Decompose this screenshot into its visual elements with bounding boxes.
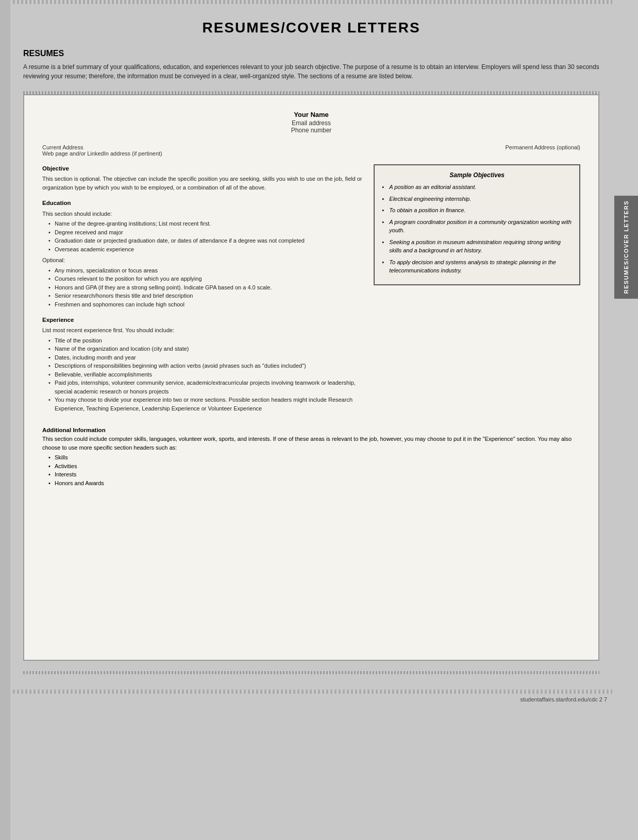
- resume-header: Your Name Email address Phone number: [42, 111, 580, 134]
- resume-phone: Phone number: [42, 127, 580, 134]
- optional-item: Honors and GPA (if they are a strong sel…: [48, 283, 363, 292]
- sample-objective-item: A position as an editorial assistant.: [382, 183, 572, 192]
- side-tab-text: RESUMES/COVER LETTERS: [623, 200, 629, 294]
- optional-label: Optional:: [42, 256, 363, 265]
- experience-item: Paid jobs, internships, volunteer commun…: [48, 379, 363, 396]
- bottom-border-decoration: [13, 690, 612, 694]
- additional-info-item: Interests: [48, 470, 580, 479]
- optional-item: Freshmen and sophomores can include high…: [48, 300, 363, 309]
- education-title: Education: [42, 199, 363, 208]
- sample-objectives-title: Sample Objectives: [382, 172, 572, 179]
- left-border-decoration: [0, 0, 10, 840]
- additional-info-item: Skills: [48, 453, 580, 462]
- optional-items: Any minors, specialization or focus area…: [42, 266, 363, 309]
- education-intro: This section should include:: [42, 210, 363, 218]
- resumes-heading: RESUMES: [23, 49, 599, 58]
- resumes-intro: A resume is a brief summary of your qual…: [23, 62, 599, 81]
- additional-info-text: This section could include computer skil…: [42, 435, 580, 452]
- experience-items: Title of the position Name of the organi…: [42, 336, 363, 413]
- page-wrapper: RESUMES/COVER LETTERS RESUMES A resume i…: [0, 0, 638, 840]
- sample-objectives-column: Sample Objectives A position as an edito…: [374, 164, 580, 420]
- experience-item: Dates, including month and year: [48, 353, 363, 362]
- current-address: Current AddressWeb page and/or LinkedIn …: [42, 144, 162, 157]
- objective-text: This section is optional. The objective …: [42, 175, 363, 192]
- experience-item: Name of the organization and location (c…: [48, 345, 363, 353]
- page-footer: studentaffairs.stanford.edu/cdc 2 7: [0, 694, 638, 708]
- education-item: Name of the degree-granting institutions…: [48, 219, 363, 228]
- experience-intro: List most recent experience first. You s…: [42, 326, 363, 335]
- experience-item: Believable, verifiable accomplishments: [48, 370, 363, 379]
- education-item: Overseas academic experience: [48, 245, 363, 254]
- resume-body: Objective This section is optional. The …: [42, 164, 580, 420]
- objective-title: Objective: [42, 164, 363, 173]
- experience-item: You may choose to divide your experience…: [48, 396, 363, 413]
- sample-objectives-box: Sample Objectives A position as an edito…: [374, 164, 580, 285]
- resume-email: Email address: [42, 119, 580, 127]
- sample-objective-item: Seeking a position in museum administrat…: [382, 238, 572, 255]
- optional-item: Senior research/honors thesis title and …: [48, 292, 363, 300]
- education-items: Name of the degree-granting institutions…: [42, 219, 363, 253]
- additional-info-item: Activities: [48, 462, 580, 471]
- sample-objective-item: A program coordinator position in a comm…: [382, 218, 572, 235]
- side-tab: RESUMES/COVER LETTERS: [614, 196, 638, 299]
- permanent-address: Permanent Address (optional): [505, 144, 580, 157]
- resume-left-column: Objective This section is optional. The …: [42, 164, 363, 420]
- page-title: RESUMES/COVER LETTERS: [23, 20, 599, 36]
- sample-objective-item: Electrical engineering internship.: [382, 195, 572, 203]
- experience-section: Experience List most recent experience f…: [42, 316, 363, 413]
- sample-objective-item: To apply decision and systems analysis t…: [382, 258, 572, 275]
- additional-info-section: Additional Information This section coul…: [42, 427, 580, 487]
- resumes-section: RESUMES A resume is a brief summary of y…: [23, 49, 599, 81]
- resume-name: Your Name: [42, 111, 580, 118]
- optional-item: Courses relevant to the position for whi…: [48, 275, 363, 283]
- education-item: Graduation date or projected graduation …: [48, 236, 363, 245]
- doc-bottom-border: [23, 671, 599, 674]
- experience-item: Descriptions of responsibilities beginni…: [48, 362, 363, 370]
- additional-info-items: Skills Activities Interests Honors and A…: [42, 453, 580, 487]
- education-section: Education This section should include: N…: [42, 199, 363, 308]
- additional-info-title: Additional Information: [42, 427, 580, 433]
- additional-info-item: Honors and Awards: [48, 479, 580, 488]
- address-row: Current AddressWeb page and/or LinkedIn …: [42, 144, 580, 157]
- main-content: RESUMES/COVER LETTERS RESUMES A resume i…: [13, 4, 610, 690]
- objective-section: Objective This section is optional. The …: [42, 164, 363, 192]
- resume-document: Your Name Email address Phone number Cur…: [23, 94, 599, 661]
- experience-title: Experience: [42, 316, 363, 324]
- optional-item: Any minors, specialization or focus area…: [48, 266, 363, 275]
- top-border-decoration: [13, 0, 612, 4]
- experience-item: Title of the position: [48, 336, 363, 345]
- sample-objective-item: To obtain a position in finance.: [382, 206, 572, 215]
- sample-objectives-list: A position as an editorial assistant. El…: [382, 183, 572, 275]
- education-item: Degree received and major: [48, 228, 363, 237]
